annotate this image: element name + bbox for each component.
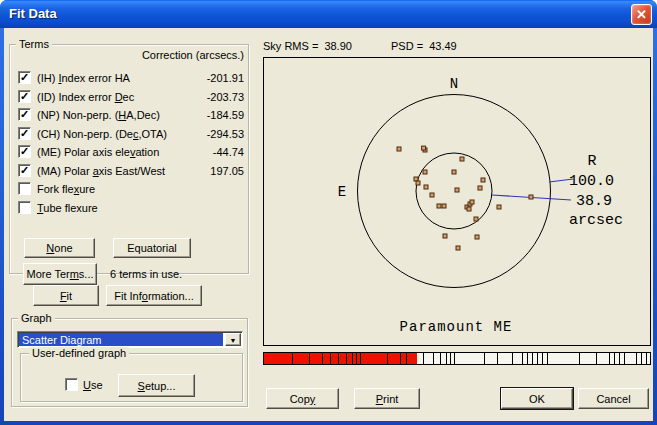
terms-rows: ✓(IH) Index error HA-201.91✓(ID) Index e… xyxy=(18,69,244,218)
scatter-point xyxy=(497,205,501,209)
coverage-bar-tick xyxy=(522,353,523,364)
term-row: ✓(IH) Index error HA-201.91 xyxy=(18,69,244,88)
terms-in-use-text: 6 terms in use. xyxy=(110,268,182,280)
term-checkbox[interactable] xyxy=(18,182,31,195)
coverage-bar-tick xyxy=(532,353,533,364)
scatter-point xyxy=(474,217,478,221)
scatter-point xyxy=(478,186,482,190)
psd-stat: PSD = 43.49 xyxy=(391,40,457,52)
cancel-button[interactable]: Cancel xyxy=(578,388,649,409)
term-label: (CH) Non-perp. (Dec,OTA) xyxy=(37,128,167,140)
coverage-bar-tick xyxy=(542,353,543,364)
north-label: N xyxy=(450,76,458,92)
scatter-point xyxy=(414,177,418,181)
coverage-bar-tick xyxy=(646,353,647,364)
scatter-point xyxy=(422,146,426,150)
term-checkbox[interactable]: ✓ xyxy=(18,90,31,103)
window-title: Fit Data xyxy=(9,6,57,21)
more-terms-button[interactable]: More Terms... xyxy=(23,263,97,285)
coverage-bar-tick xyxy=(356,353,357,364)
coverage-bar-tick xyxy=(641,353,642,364)
coverage-bar-tick xyxy=(346,353,347,364)
scatter-plot: N E R 100.0 38.9 arcsec Paramount ME xyxy=(263,57,651,346)
combobox-dropdown-button[interactable]: ▼ xyxy=(225,333,241,346)
copy-button[interactable]: Copy xyxy=(266,388,339,409)
term-checkbox[interactable]: ✓ xyxy=(18,164,31,177)
east-label: E xyxy=(338,184,346,200)
terms-group-label: Terms xyxy=(16,38,52,51)
scatter-point xyxy=(416,181,420,185)
scatter-point xyxy=(443,234,447,238)
sky-rms-value: 38.90 xyxy=(324,40,352,52)
correction-column-header: Correction (arcsecs.) xyxy=(142,49,244,61)
close-icon: ✕ xyxy=(636,7,647,22)
term-row: ✓(NP) Non-perp. (HA,Dec)-184.59 xyxy=(18,106,244,125)
coverage-bar-tick xyxy=(537,353,538,364)
coverage-bar-tick xyxy=(330,353,331,364)
coverage-bar-tick xyxy=(527,353,528,364)
term-label: Tube flexure xyxy=(37,202,98,214)
use-checkbox[interactable] xyxy=(65,378,78,391)
scatter-point xyxy=(529,195,533,199)
term-checkbox[interactable]: ✓ xyxy=(18,145,31,158)
term-checkbox[interactable]: ✓ xyxy=(18,108,31,121)
term-label: (ME) Polar axis elevation xyxy=(37,146,159,158)
term-correction-value: -44.74 xyxy=(213,146,244,158)
fit-button[interactable]: Fit xyxy=(33,285,99,306)
term-correction-value: -294.53 xyxy=(207,128,244,140)
fit-data-dialog: Fit Data ✕ Terms Correction (arcsecs.) ✓… xyxy=(0,0,657,425)
none-button[interactable]: None xyxy=(24,238,95,258)
term-label: (NP) Non-perp. (HA,Dec) xyxy=(37,109,160,121)
coverage-bar-tick xyxy=(400,353,401,364)
scatter-point xyxy=(430,193,434,197)
term-checkbox[interactable]: ✓ xyxy=(18,127,31,140)
ok-button[interactable]: OK xyxy=(501,388,573,409)
coverage-bar-tick xyxy=(497,353,498,364)
term-label: (MA) Polar axis East/West xyxy=(37,165,165,177)
plot-title: Paramount ME xyxy=(400,319,513,335)
coverage-bar-tick xyxy=(619,353,620,364)
graph-type-selected-value[interactable]: Scatter Diagram xyxy=(19,333,223,346)
coverage-bar-tick xyxy=(614,353,615,364)
term-row: Tube flexure xyxy=(18,199,244,218)
scatter-point xyxy=(460,157,464,161)
sky-rms-stat: Sky RMS = 38.90 xyxy=(263,40,352,52)
term-row: ✓(CH) Non-perp. (Dec,OTA)-294.53 xyxy=(18,125,244,144)
print-button[interactable]: Print xyxy=(354,388,420,409)
coverage-bar-tick xyxy=(624,353,625,364)
inner-ring-value-label: 38.9 xyxy=(576,193,612,210)
term-row: Fork flexure xyxy=(18,180,244,199)
setup-button[interactable]: Setup... xyxy=(118,374,195,397)
scatter-point xyxy=(442,204,446,208)
scatter-point xyxy=(452,170,456,174)
coverage-bar-tick xyxy=(636,353,637,364)
term-label: (ID) Index error Dec xyxy=(37,91,134,103)
coverage-bar xyxy=(263,352,651,365)
term-correction-value: -184.59 xyxy=(207,109,244,121)
radius-legend-header: R xyxy=(587,153,596,170)
fit-information-button[interactable]: Fit Information... xyxy=(106,285,202,306)
term-checkbox[interactable] xyxy=(18,201,31,214)
equatorial-button[interactable]: Equatorial xyxy=(113,238,191,258)
scatter-point xyxy=(437,204,441,208)
scatter-point xyxy=(424,185,428,189)
titlebar[interactable]: Fit Data ✕ xyxy=(0,0,657,28)
term-label: (IH) Index error HA xyxy=(37,72,130,84)
coverage-bar-red-region xyxy=(264,353,417,364)
coverage-bar-tick xyxy=(433,353,434,364)
coverage-bar-tick xyxy=(512,353,513,364)
coverage-bar-tick xyxy=(338,353,339,364)
radius-units-label: arcsec xyxy=(569,212,623,229)
scatter-point xyxy=(470,200,474,204)
psd-label: PSD = xyxy=(391,40,426,52)
coverage-bar-tick xyxy=(454,353,455,364)
coverage-bar-tick xyxy=(450,353,451,364)
close-button[interactable]: ✕ xyxy=(631,4,652,25)
coverage-bar-tick xyxy=(579,353,580,364)
graph-type-combobox[interactable]: Scatter Diagram ▼ xyxy=(17,331,243,348)
coverage-bar-tick xyxy=(423,353,424,364)
term-checkbox[interactable]: ✓ xyxy=(18,71,31,84)
sky-rms-label: Sky RMS = xyxy=(263,40,321,52)
term-row: ✓(MA) Polar axis East/West197.05 xyxy=(18,162,244,181)
term-correction-value: -201.91 xyxy=(207,72,244,84)
